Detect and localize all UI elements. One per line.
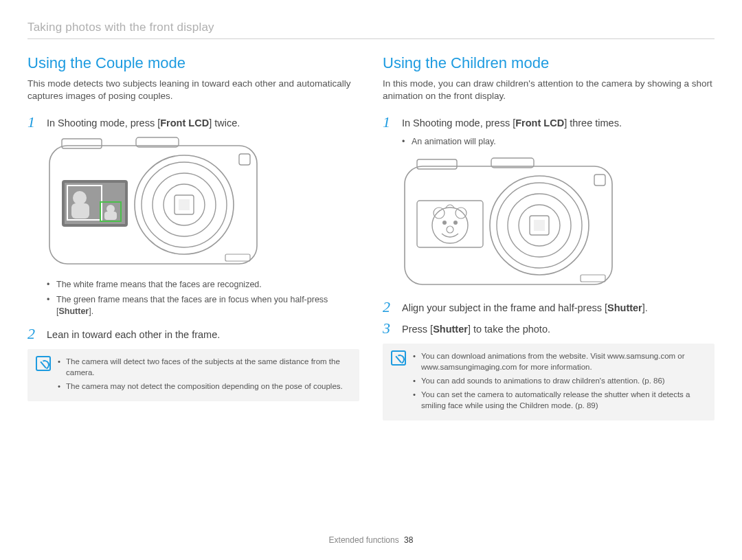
camera-svg [47, 136, 260, 267]
couple-note-box: The camera will detect two faces of the … [27, 349, 359, 401]
svg-rect-10 [225, 254, 250, 261]
step-number: 1 [27, 115, 40, 130]
step-number: 2 [27, 326, 40, 341]
svg-point-34 [442, 221, 447, 225]
svg-rect-27 [534, 220, 545, 231]
divider [27, 38, 715, 39]
svg-point-35 [453, 221, 458, 225]
svg-rect-29 [581, 275, 605, 282]
svg-rect-18 [104, 212, 117, 220]
step-text: Align your subject in the frame and half… [402, 300, 648, 315]
footer-section-label: Extended functions [329, 535, 399, 545]
step-text: In Shooting mode, press [Front LCD] thre… [402, 115, 622, 131]
bullet-green-frame: The green frame means that the faces are… [47, 294, 359, 318]
couple-mode-description: This mode detects two subjects leaning i… [27, 78, 359, 102]
bullet-animation: An animation will play. [402, 136, 715, 148]
children-mode-description: In this mode, you can draw children's at… [383, 78, 715, 102]
children-note-box: You can download animations from the web… [383, 344, 715, 421]
svg-rect-1 [62, 139, 102, 148]
children-sub-bullets: An animation will play. [402, 136, 715, 148]
step-text: Press [Shutter] to take the photo. [402, 321, 550, 337]
svg-point-14 [73, 191, 87, 205]
note-item: The camera will detect two faces of the … [58, 356, 351, 378]
step-text: In Shooting mode, press [Front LCD] twic… [47, 115, 240, 131]
step-number: 3 [383, 321, 395, 336]
note-icon [391, 350, 406, 366]
svg-rect-20 [417, 159, 457, 169]
note-item: You can download animations from the web… [413, 350, 706, 372]
step-number: 2 [383, 300, 395, 315]
camera-illustration-children [402, 157, 715, 290]
svg-rect-19 [405, 166, 612, 284]
svg-rect-9 [239, 154, 250, 165]
two-column-layout: Using the Couple mode This mode detects … [27, 54, 715, 421]
manual-page: Taking photos with the front display Usi… [0, 0, 742, 434]
svg-rect-15 [71, 203, 89, 219]
step-number: 1 [383, 115, 395, 130]
step-text: Lean in toward each other in the frame. [47, 326, 220, 342]
bullet-white-frame: The white frame means that the faces are… [47, 279, 359, 291]
svg-point-32 [434, 208, 445, 219]
couple-mode-column: Using the Couple mode This mode detects … [27, 54, 359, 421]
footer-page-number: 38 [404, 535, 413, 545]
svg-rect-8 [179, 199, 190, 210]
camera-svg [402, 157, 615, 287]
note-item: You can add sounds to animations to draw… [413, 375, 706, 386]
children-mode-column: Using the Children mode In this mode, yo… [383, 54, 715, 421]
svg-rect-28 [594, 175, 605, 186]
children-step-3: 3 Press [Shutter] to take the photo. [383, 321, 715, 337]
note-icon [36, 356, 51, 371]
couple-note-list: The camera will detect two faces of the … [58, 356, 351, 394]
couple-mode-heading: Using the Couple mode [27, 54, 359, 72]
children-mode-heading: Using the Children mode [383, 54, 715, 72]
note-item: You can set the camera to automatically … [413, 389, 706, 411]
page-footer: Extended functions 38 [0, 535, 742, 545]
couple-frame-bullets: The white frame means that the faces are… [47, 279, 359, 318]
breadcrumb: Taking photos with the front display [27, 21, 715, 34]
couple-step-2: 2 Lean in toward each other in the frame… [27, 326, 359, 342]
children-note-list: You can download animations from the web… [413, 350, 706, 414]
children-step-2: 2 Align your subject in the frame and ha… [383, 300, 715, 315]
svg-point-33 [456, 208, 466, 219]
svg-point-36 [447, 226, 453, 233]
svg-point-31 [432, 208, 468, 243]
note-item: The camera may not detect the compositio… [58, 381, 351, 392]
children-step-1: 1 In Shooting mode, press [Front LCD] th… [383, 115, 715, 131]
couple-step-1: 1 In Shooting mode, press [Front LCD] tw… [27, 115, 359, 131]
camera-illustration-couple [47, 136, 359, 269]
